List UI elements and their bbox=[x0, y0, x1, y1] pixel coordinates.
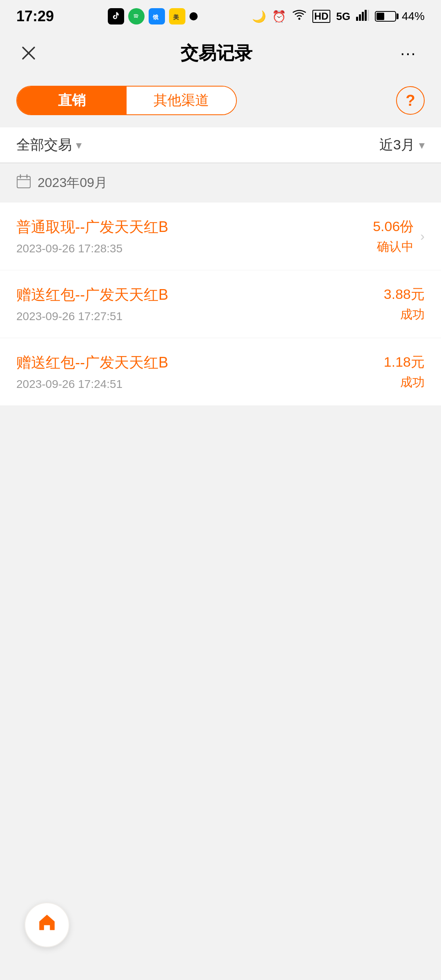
transaction-right: 1.18元 成功 bbox=[384, 353, 425, 391]
svg-text:美: 美 bbox=[173, 14, 179, 20]
transaction-status: 确认中 bbox=[373, 238, 414, 255]
month-header: 2023年09月 bbox=[0, 163, 441, 203]
transaction-info: 普通取现--广发天天红B 2023-09-26 17:28:35 bbox=[16, 217, 373, 255]
more-button[interactable]: ··· bbox=[392, 41, 425, 65]
signal-icon bbox=[356, 9, 369, 24]
transaction-amount: 5.06份 bbox=[373, 217, 414, 236]
home-icon bbox=[36, 912, 58, 938]
dot-icon bbox=[189, 12, 198, 20]
transaction-amount-block: 1.18元 成功 bbox=[384, 353, 425, 391]
close-icon bbox=[20, 44, 38, 62]
transaction-title: 普通取现--广发天天红B bbox=[16, 217, 373, 237]
transaction-type-filter[interactable]: 全部交易 ▾ bbox=[16, 136, 82, 154]
svg-rect-7 bbox=[359, 14, 361, 21]
svg-rect-10 bbox=[368, 10, 369, 21]
transaction-info: 赠送红包--广发天天红B 2023-09-26 17:27:51 bbox=[16, 285, 384, 323]
tab-zhixiao[interactable]: 直销 bbox=[17, 87, 127, 114]
svg-text:饿: 饿 bbox=[152, 14, 158, 20]
svg-rect-9 bbox=[365, 10, 367, 21]
transaction-right: 5.06份 确认中 › bbox=[373, 217, 425, 255]
transaction-amount-block: 5.06份 确认中 bbox=[373, 217, 414, 255]
home-button-container bbox=[24, 902, 69, 947]
spotify-icon bbox=[128, 8, 145, 24]
tab-switcher: 直销 其他渠道 ? bbox=[0, 74, 441, 127]
5g-icon: 5G bbox=[336, 10, 350, 23]
calendar-icon bbox=[16, 174, 31, 192]
svg-rect-8 bbox=[362, 12, 364, 21]
transaction-item[interactable]: 赠送红包--广发天天红B 2023-09-26 17:24:51 1.18元 成… bbox=[0, 338, 441, 406]
transaction-time: 2023-09-26 17:27:51 bbox=[16, 310, 384, 323]
moon-icon: 🌙 bbox=[252, 10, 266, 23]
transaction-right: 3.88元 成功 bbox=[384, 285, 425, 323]
transaction-time: 2023-09-26 17:28:35 bbox=[16, 242, 373, 255]
transaction-list: 普通取现--广发天天红B 2023-09-26 17:28:35 5.06份 确… bbox=[0, 203, 441, 406]
battery-percent: 44% bbox=[402, 10, 425, 23]
tiktok-icon bbox=[108, 8, 124, 24]
transaction-status: 成功 bbox=[384, 306, 425, 323]
status-time: 17:29 bbox=[16, 8, 54, 25]
svg-point-5 bbox=[298, 18, 300, 20]
date-range-filter[interactable]: 近3月 ▾ bbox=[379, 136, 425, 154]
transaction-status: 成功 bbox=[384, 374, 425, 391]
transaction-amount: 3.88元 bbox=[384, 285, 425, 304]
transaction-type-label: 全部交易 bbox=[16, 136, 72, 154]
transaction-title: 赠送红包--广发天天红B bbox=[16, 285, 384, 305]
transaction-item[interactable]: 赠送红包--广发天天红B 2023-09-26 17:27:51 3.88元 成… bbox=[0, 270, 441, 338]
eleme-icon: 饿 bbox=[149, 8, 165, 24]
more-icon: ··· bbox=[400, 44, 416, 62]
transaction-amount: 1.18元 bbox=[384, 353, 425, 372]
svg-rect-6 bbox=[356, 17, 358, 21]
alarm-icon: ⏰ bbox=[272, 10, 286, 23]
transaction-title: 赠送红包--广发天天红B bbox=[16, 353, 384, 373]
page-title: 交易记录 bbox=[180, 41, 252, 65]
tab-group: 直销 其他渠道 bbox=[16, 86, 237, 115]
meituan-icon: 美 bbox=[169, 8, 185, 24]
transaction-time: 2023-09-26 17:24:51 bbox=[16, 378, 384, 391]
filter-bar: 全部交易 ▾ 近3月 ▾ bbox=[0, 127, 441, 163]
hd-icon: HD bbox=[312, 10, 331, 23]
home-button[interactable] bbox=[24, 902, 69, 947]
date-range-label: 近3月 bbox=[379, 136, 415, 154]
battery-icon bbox=[375, 11, 396, 22]
header: 交易记录 ··· bbox=[0, 33, 441, 74]
tab-other-channels[interactable]: 其他渠道 bbox=[127, 87, 236, 114]
transaction-type-arrow: ▾ bbox=[76, 138, 82, 152]
month-label: 2023年09月 bbox=[38, 174, 107, 192]
wifi-icon bbox=[292, 9, 307, 24]
status-bar: 17:29 饿 美 🌙 ⏰ HD 5G bbox=[0, 0, 441, 33]
date-range-arrow: ▾ bbox=[419, 138, 425, 152]
help-button[interactable]: ? bbox=[396, 86, 425, 115]
status-system-icons: 🌙 ⏰ HD 5G 44% bbox=[252, 9, 425, 24]
notification-app-icons: 饿 美 bbox=[108, 8, 198, 24]
transaction-info: 赠送红包--广发天天红B 2023-09-26 17:24:51 bbox=[16, 353, 384, 391]
close-button[interactable] bbox=[16, 41, 41, 65]
transaction-amount-block: 3.88元 成功 bbox=[384, 285, 425, 323]
help-icon: ? bbox=[405, 92, 415, 109]
svg-point-0 bbox=[132, 12, 140, 20]
svg-rect-13 bbox=[17, 176, 30, 188]
transaction-item[interactable]: 普通取现--广发天天红B 2023-09-26 17:28:35 5.06份 确… bbox=[0, 203, 441, 270]
chevron-right-icon: › bbox=[420, 229, 425, 244]
